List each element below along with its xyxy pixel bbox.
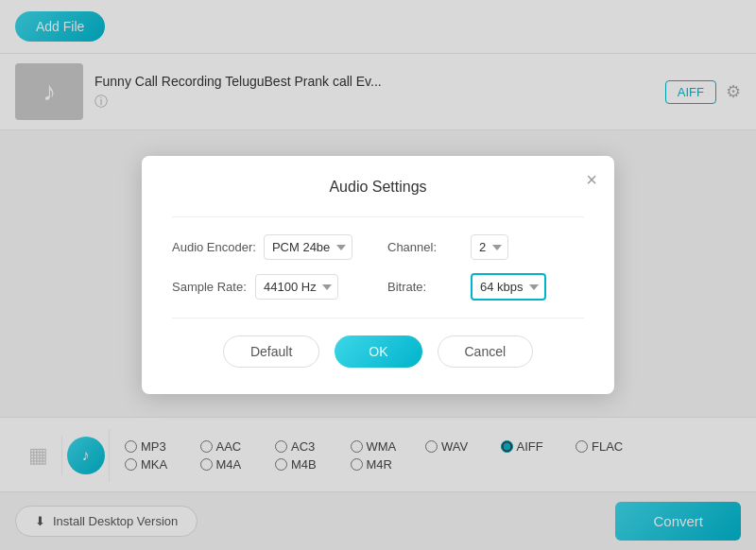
cancel-button[interactable]: Cancel bbox=[438, 335, 534, 368]
default-button[interactable]: Default bbox=[223, 335, 319, 368]
channel-select[interactable]: 2 bbox=[471, 234, 508, 260]
sample-rate-select[interactable]: 44100 Hz bbox=[255, 274, 338, 300]
settings-grid: Audio Encoder: PCM 24be Channel: 2 Sampl… bbox=[172, 234, 584, 301]
bitrate-label: Bitrate: bbox=[387, 280, 463, 294]
ok-button[interactable]: OK bbox=[335, 335, 421, 368]
sample-rate-row: Sample Rate: 44100 Hz bbox=[172, 273, 369, 301]
modal-overlay: × Audio Settings Audio Encoder: PCM 24be… bbox=[0, 0, 756, 550]
modal-divider2 bbox=[172, 318, 584, 318]
audio-encoder-row: Audio Encoder: PCM 24be bbox=[172, 234, 369, 260]
sample-rate-label: Sample Rate: bbox=[172, 280, 248, 294]
modal-divider bbox=[172, 216, 584, 217]
audio-encoder-label: Audio Encoder: bbox=[172, 240, 256, 254]
bitrate-row: Bitrate: 64 kbps bbox=[387, 273, 584, 301]
modal-close-button[interactable]: × bbox=[586, 169, 597, 191]
channel-row: Channel: 2 bbox=[387, 234, 584, 260]
channel-label: Channel: bbox=[387, 240, 463, 254]
modal-title: Audio Settings bbox=[172, 179, 584, 196]
modal-actions: Default OK Cancel bbox=[172, 335, 584, 368]
audio-settings-modal: × Audio Settings Audio Encoder: PCM 24be… bbox=[142, 156, 614, 394]
audio-encoder-select[interactable]: PCM 24be bbox=[264, 234, 352, 260]
bitrate-select[interactable]: 64 kbps bbox=[471, 273, 546, 301]
